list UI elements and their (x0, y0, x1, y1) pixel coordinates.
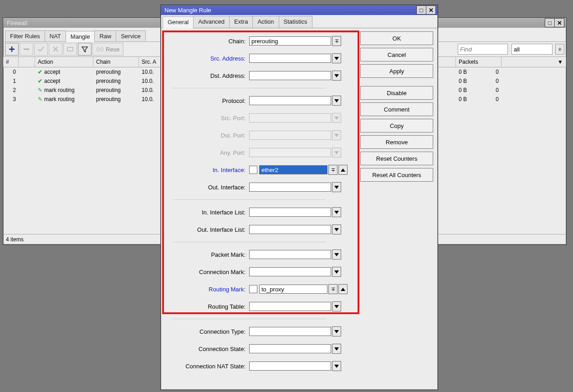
tab-action[interactable]: Action (252, 16, 279, 28)
dst-address-toggle[interactable] (332, 71, 341, 81)
src-port-input (249, 113, 331, 122)
dst-address-input[interactable] (249, 71, 331, 80)
pencil-icon: ✎ (38, 96, 42, 102)
label-packet-mark: Packet Mark: (164, 251, 249, 258)
enable-button[interactable] (34, 43, 48, 56)
col-extra[interactable]: ▼ (501, 57, 566, 67)
connection-mark-toggle[interactable] (332, 267, 341, 277)
out-interface-list-input[interactable] (249, 225, 331, 234)
reset-all-counters-button[interactable]: Reset All Counters (360, 168, 433, 182)
routing-mark-collapse[interactable] (338, 284, 348, 294)
label-in-interface: In. Interface: (164, 167, 249, 173)
routing-table-toggle[interactable] (332, 301, 341, 311)
in-interface-list-input[interactable] (249, 208, 331, 217)
funnel-icon (81, 46, 88, 53)
chain-input[interactable] (249, 36, 331, 46)
in-interface-collapse[interactable] (338, 165, 348, 175)
add-button[interactable] (5, 43, 19, 56)
disable-button[interactable] (49, 43, 62, 56)
label-connection-state: Connection State: (164, 346, 249, 352)
src-port-toggle (332, 113, 341, 123)
src-address-input[interactable] (249, 54, 331, 63)
tab-advanced[interactable]: Advanced (193, 16, 230, 28)
filter-scope-select[interactable]: all (512, 44, 553, 55)
modal-titlebar[interactable]: New Mangle Rule □ ✕ (161, 5, 438, 15)
out-interface-input[interactable] (249, 183, 331, 192)
col-src[interactable]: Src. A (139, 57, 162, 67)
apply-button[interactable]: Apply (360, 64, 433, 78)
note-icon (67, 46, 74, 53)
pencil-icon: ✎ (38, 87, 42, 93)
col-packets[interactable]: Packets (456, 57, 501, 67)
check-icon (37, 46, 45, 53)
connection-nat-state-input[interactable] (249, 361, 331, 371)
comment-button[interactable] (63, 43, 77, 56)
cancel-button[interactable]: Cancel (360, 48, 433, 61)
in-interface-dropdown[interactable]: ∓ (328, 165, 338, 175)
tab-nat[interactable]: NAT (45, 31, 66, 41)
connection-state-input[interactable] (249, 344, 331, 353)
protocol-input[interactable] (249, 96, 331, 105)
label-src-address: Src. Address: (164, 55, 249, 62)
firewall-maximize-button[interactable]: □ (545, 18, 555, 27)
modal-maximize-button[interactable]: □ (416, 5, 426, 15)
svg-rect-0 (67, 47, 73, 51)
packet-mark-toggle[interactable] (332, 249, 341, 260)
label-protocol: Protocol: (164, 97, 249, 104)
reset-counters-button[interactable]: 00 Rese (92, 43, 123, 56)
routing-mark-input[interactable] (259, 285, 327, 294)
any-port-input (249, 148, 331, 157)
in-interface-list-toggle[interactable] (332, 207, 341, 217)
copy-button[interactable]: Copy (360, 119, 433, 132)
tab-general[interactable]: General (163, 16, 194, 28)
modal-title: New Mangle Rule (163, 7, 211, 14)
col-flag[interactable] (19, 57, 35, 67)
routing-mark-dropdown[interactable]: ∓ (328, 284, 338, 294)
label-chain: Chain: (164, 38, 249, 45)
new-mangle-rule-window: New Mangle Rule □ ✕ General Advanced Ext… (160, 5, 438, 390)
label-connection-type: Connection Type: (164, 328, 249, 335)
dst-port-toggle (332, 130, 341, 140)
remove-button[interactable] (20, 43, 33, 56)
firewall-close-button[interactable]: ✕ (554, 18, 564, 27)
reset-counters-button[interactable]: Reset Counters (360, 152, 433, 165)
find-input[interactable] (458, 44, 508, 55)
connection-mark-input[interactable] (249, 267, 331, 276)
connection-state-toggle[interactable] (332, 344, 341, 354)
in-interface-not-check[interactable] (249, 166, 257, 174)
any-port-toggle (332, 148, 341, 158)
connection-nat-state-toggle[interactable] (332, 361, 341, 371)
out-interface-toggle[interactable] (332, 182, 341, 192)
tab-raw[interactable]: Raw (94, 31, 116, 41)
chain-dropdown[interactable]: ∓ (332, 36, 341, 46)
plus-icon (8, 46, 15, 53)
col-action[interactable]: Action (35, 57, 93, 67)
ok-button[interactable]: OK (360, 31, 433, 45)
tab-filter-rules[interactable]: Filter Rules (5, 31, 45, 41)
packet-mark-input[interactable] (249, 250, 331, 259)
label-dst-port: Dst. Port: (164, 132, 249, 139)
col-chain[interactable]: Chain (93, 57, 139, 67)
filter-scope-dropdown[interactable]: ∓ (555, 44, 564, 55)
label-any-port: Any. Port: (164, 149, 249, 156)
tab-mangle[interactable]: Mangle (66, 31, 95, 42)
tab-service-ports[interactable]: Service (116, 31, 145, 41)
connection-type-input[interactable] (249, 327, 331, 336)
tab-extra[interactable]: Extra (229, 16, 253, 28)
col-num[interactable]: # (3, 57, 19, 67)
modal-buttons: OK Cancel Apply Disable Comment Copy Rem… (360, 31, 433, 182)
out-interface-list-toggle[interactable] (332, 224, 341, 234)
protocol-toggle[interactable] (332, 96, 341, 106)
disable-rule-button[interactable]: Disable (360, 86, 433, 100)
tab-statistics[interactable]: Statistics (279, 16, 312, 28)
remove-rule-button[interactable]: Remove (360, 135, 433, 149)
modal-close-button[interactable]: ✕ (426, 5, 436, 15)
src-address-toggle[interactable] (332, 53, 341, 63)
in-interface-input[interactable] (259, 165, 327, 174)
minus-icon (23, 46, 30, 53)
routing-mark-not-check[interactable] (249, 285, 257, 293)
connection-type-toggle[interactable] (332, 326, 341, 336)
filter-button[interactable] (78, 43, 92, 56)
comment-rule-button[interactable]: Comment (360, 102, 433, 116)
routing-table-input[interactable] (249, 302, 331, 311)
